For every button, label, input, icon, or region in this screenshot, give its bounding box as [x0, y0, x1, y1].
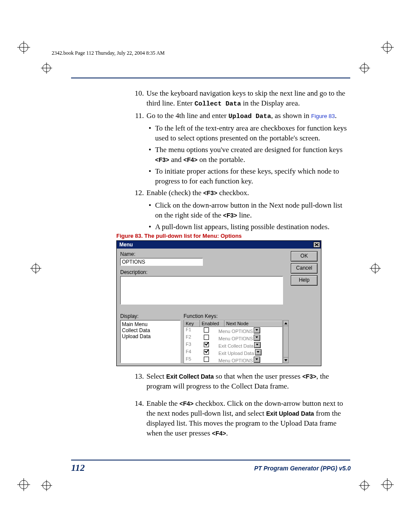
- step-body: Enable (check) the <F3> checkbox.: [146, 188, 349, 198]
- crop-mark-icon: [17, 478, 30, 491]
- close-icon[interactable]: [313, 242, 320, 248]
- bold-text: Exit Collect Data: [166, 373, 214, 380]
- dropdown-icon[interactable]: [254, 357, 260, 363]
- help-button[interactable]: Help: [291, 275, 318, 286]
- description-textarea[interactable]: [120, 276, 283, 305]
- scroll-up-icon[interactable]: [283, 320, 288, 326]
- footer-rule: [71, 460, 350, 460]
- checkbox[interactable]: [204, 349, 209, 355]
- name-input[interactable]: [120, 258, 203, 266]
- fk-enabled-cell: [196, 349, 217, 356]
- fk-enabled-cell: [196, 334, 217, 342]
- text: The menu options you've created are desi…: [155, 146, 342, 154]
- fk-col-key: Key: [184, 320, 200, 327]
- dropdown-icon[interactable]: [254, 327, 260, 333]
- fk-next-node: Exit Collect Data: [217, 342, 282, 349]
- text: Enable the: [146, 399, 179, 408]
- crop-mark-icon: [359, 480, 370, 491]
- checkbox[interactable]: [204, 327, 209, 333]
- crop-mark-icon: [381, 478, 394, 491]
- cancel-button[interactable]: Cancel: [291, 263, 318, 274]
- description-label: Description:: [120, 269, 147, 275]
- text: .: [335, 112, 336, 120]
- bullet-icon: •: [145, 167, 155, 187]
- fk-enabled-cell: [196, 327, 217, 334]
- ok-button[interactable]: OK: [291, 251, 318, 261]
- name-label: Name:: [120, 251, 135, 257]
- fk-col-enabled: Enabled: [200, 320, 224, 327]
- text: .: [226, 429, 228, 437]
- bold-text: Exit Upload Data: [266, 410, 314, 417]
- key-text: <F4>: [184, 156, 198, 163]
- crop-mark-icon: [41, 480, 52, 491]
- display-label: Display:: [120, 313, 139, 319]
- checkbox[interactable]: [204, 342, 209, 347]
- step-number: 11.: [129, 111, 146, 121]
- code-text: Collect Data: [194, 100, 241, 108]
- fk-col-next: Next Node: [224, 320, 282, 327]
- bullet-icon: •: [145, 124, 155, 143]
- fk-row: F3Exit Collect Data: [184, 342, 282, 349]
- step-body: Enable the <F4> checkbox. Click on the d…: [146, 399, 349, 439]
- body-column: 10. Use the keyboard navigation keys to …: [129, 87, 349, 234]
- dropdown-icon[interactable]: [255, 349, 262, 355]
- svg-marker-32: [284, 322, 287, 324]
- function-keys-label: Function Keys:: [184, 313, 218, 319]
- step-11: 11. Go to the 4th line and enter Upload …: [129, 111, 349, 121]
- step-number: 14.: [129, 399, 146, 439]
- figure-link[interactable]: Figure 83: [311, 113, 335, 119]
- text: and: [169, 156, 184, 164]
- crop-mark-icon: [370, 263, 381, 274]
- display-line: Upload Data: [122, 333, 179, 339]
- crop-mark-icon: [30, 263, 41, 274]
- text: line.: [237, 211, 252, 219]
- step-number: 13.: [129, 372, 146, 392]
- key-text: <F3>: [203, 190, 218, 196]
- fk-header: Key Enabled Next Node: [184, 320, 283, 327]
- fk-next-label: Exit Upload Data: [218, 351, 254, 356]
- checkbox[interactable]: [204, 357, 209, 362]
- svg-marker-33: [284, 359, 287, 361]
- dropdown-icon[interactable]: [254, 335, 260, 341]
- page-number: 112: [71, 462, 85, 473]
- scrollbar[interactable]: [283, 320, 289, 363]
- fk-row: F5Menu OPTIONS: [184, 356, 282, 364]
- bullet-body: Click on the down-arrow button in the Ne…: [155, 201, 349, 221]
- crop-mark-icon: [17, 41, 30, 54]
- display-listbox[interactable]: Main Menu Collect Data Upload Data: [120, 320, 181, 363]
- dialog-titlebar[interactable]: Menu: [117, 241, 321, 249]
- step-number: 10.: [129, 89, 146, 109]
- fk-next-node: Menu OPTIONS: [217, 356, 282, 364]
- dropdown-icon[interactable]: [254, 342, 261, 348]
- bullet-icon: •: [145, 222, 155, 232]
- checkbox[interactable]: [204, 335, 209, 340]
- step-body: Use the keyboard navigation keys to skip…: [146, 89, 349, 109]
- fk-row: F2Menu OPTIONS: [184, 334, 282, 342]
- step-12: 12. Enable (check) the <F3> checkbox.: [129, 188, 349, 198]
- step-14: 14. Enable the <F4> checkbox. Click on t…: [129, 399, 349, 439]
- menu-dialog: Menu Name: Description: Display: Functio…: [116, 240, 321, 366]
- code-text: Upload Data: [228, 113, 271, 120]
- body-column-lower: 13. Select Exit Collect Data so that whe…: [129, 370, 349, 441]
- bullet-body: To initiate proper actions for these key…: [155, 167, 349, 187]
- text: checkbox.: [217, 189, 249, 197]
- dialog-body: Name: Description: Display: Function Key…: [117, 249, 321, 366]
- bullet-body: A pull-down list appears, listing possib…: [155, 222, 330, 232]
- bullet-item: •Click on the down-arrow button in the N…: [145, 201, 349, 221]
- fk-next-label: Menu OPTIONS: [218, 336, 253, 341]
- fk-next-label: Exit Collect Data: [218, 343, 253, 348]
- scroll-down-icon[interactable]: [283, 357, 288, 363]
- fk-key: F4: [184, 349, 196, 356]
- text: Select: [146, 372, 166, 380]
- bullet-icon: •: [145, 145, 155, 165]
- fk-key: F2: [184, 334, 196, 342]
- display-line: Main Menu: [122, 321, 179, 327]
- bullet-item: •The menu options you've created are des…: [145, 145, 349, 165]
- fk-next-node: Exit Upload Data: [217, 349, 282, 356]
- fk-key: F1: [184, 327, 196, 334]
- fk-next-label: Menu OPTIONS: [218, 329, 253, 334]
- bullet-item: •To the left of the text-entry area are …: [145, 124, 349, 143]
- dialog-title: Menu: [119, 242, 133, 248]
- fk-enabled-cell: [196, 342, 217, 349]
- step-10: 10. Use the keyboard navigation keys to …: [129, 89, 349, 109]
